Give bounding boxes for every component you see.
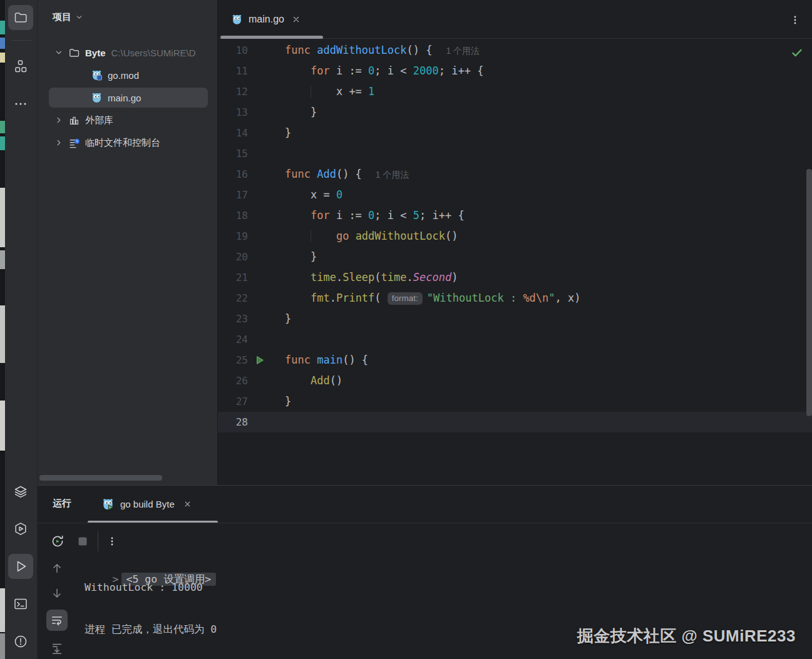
code-line-15[interactable]: 15	[218, 143, 812, 164]
editor-tab-title: main.go	[249, 14, 284, 25]
more-tools-icon	[13, 96, 28, 111]
close-run-tab-icon[interactable]	[183, 500, 192, 508]
line-number[interactable]: 17	[218, 185, 248, 205]
activity-button-structure[interactable]	[8, 54, 33, 79]
line-number[interactable]: 28	[218, 412, 248, 432]
gutter-spacer	[248, 102, 270, 123]
code-line-18[interactable]: 18 for i := 0; i < 5; i++ {	[218, 205, 812, 226]
console-rail-scroll-to-end-button[interactable]	[46, 638, 68, 659]
project-panel-title[interactable]: 项目	[53, 11, 83, 23]
gutter-spacer	[248, 391, 270, 412]
close-tab-icon[interactable]	[292, 15, 301, 24]
run-tab-title: go build Byte	[120, 499, 175, 509]
activity-button-services[interactable]	[8, 516, 33, 541]
console-rail-arrow-up-button[interactable]	[46, 558, 68, 579]
code-line-27[interactable]: 27}	[218, 391, 812, 412]
code-line-22[interactable]: 22 fmt.Printf( format:"WithoutLock : %d\…	[218, 288, 812, 309]
usages-inlay-hint[interactable]: 1 个用法	[446, 46, 480, 56]
code-text: func main() {	[270, 350, 368, 370]
chevron-right-icon[interactable]	[54, 138, 64, 148]
tree-item-label: main.go	[108, 93, 141, 103]
tree-item-临时文件和控制台[interactable]: 临时文件和控制台	[38, 131, 218, 154]
terminal-icon	[13, 596, 28, 611]
line-number[interactable]: 19	[218, 226, 248, 247]
line-number[interactable]: 26	[218, 370, 248, 391]
usages-inlay-hint[interactable]: 1 个用法	[376, 170, 409, 180]
code-line-28[interactable]: 28	[218, 412, 812, 432]
editor-options-kebab-icon[interactable]	[787, 12, 803, 28]
arrow-up-icon	[50, 561, 64, 575]
console-rail-soft-wrap-button[interactable]	[46, 610, 68, 631]
line-number[interactable]: 15	[218, 143, 248, 164]
code-text: time.Sleep(time.Second)	[270, 267, 458, 288]
console-output-line: WithoutLock : 10000	[85, 581, 203, 593]
code-text: for i := 0; i < 2000; i++ {	[270, 61, 483, 81]
line-number[interactable]: 16	[218, 164, 248, 185]
activity-button-layers[interactable]	[8, 479, 33, 504]
code-line-17[interactable]: 17 x = 0	[218, 185, 812, 205]
code-line-11[interactable]: 11 for i := 0; i < 2000; i++ {	[218, 61, 812, 81]
library-icon	[68, 114, 80, 126]
code-line-13[interactable]: 13 }	[218, 102, 812, 123]
line-number[interactable]: 11	[218, 61, 248, 81]
code-line-24[interactable]: 24	[218, 329, 812, 350]
line-number[interactable]: 18	[218, 205, 248, 226]
run-tab-go-build-byte[interactable]: go build Byte	[88, 486, 192, 522]
activity-button-project-folder[interactable]	[8, 5, 33, 30]
horizontal-scrollbar-thumb[interactable]	[39, 475, 162, 481]
code-line-10[interactable]: 10func addWithoutLock() {1 个用法	[218, 40, 812, 61]
code-text: x += 1	[270, 81, 374, 102]
code-text: x = 0	[270, 185, 342, 205]
code-line-12[interactable]: 12 x += 1	[218, 81, 812, 102]
line-number[interactable]: 23	[218, 309, 248, 329]
scratches-icon	[68, 136, 80, 149]
activity-button-more-tools[interactable]	[8, 91, 33, 116]
activity-button-run[interactable]	[8, 554, 33, 579]
line-number[interactable]: 22	[218, 288, 248, 309]
code-line-26[interactable]: 26 Add()	[218, 370, 812, 391]
soft-wrap-icon	[50, 613, 64, 627]
chevron-down-icon[interactable]	[54, 48, 64, 58]
tree-item-外部库[interactable]: 外部库	[38, 109, 218, 131]
activity-bar	[5, 0, 38, 659]
run-options-kebab-icon[interactable]	[103, 532, 121, 551]
tree-item-Byte[interactable]: ByteC:\Users\SUMiRE\D	[38, 41, 218, 64]
gopher-icon	[90, 91, 103, 104]
code-text: }	[270, 309, 291, 329]
stop-button[interactable]	[73, 532, 92, 551]
code-line-25[interactable]: 25func main() {	[218, 350, 812, 370]
chevron-right-icon[interactable]	[54, 115, 64, 125]
code-line-23[interactable]: 23}	[218, 309, 812, 329]
code-line-14[interactable]: 14}	[218, 123, 812, 143]
code-editor[interactable]: 10func addWithoutLock() {1 个用法11 for i :…	[218, 40, 812, 432]
activity-button-terminal[interactable]	[8, 591, 33, 616]
line-number[interactable]: 24	[218, 329, 248, 350]
line-number[interactable]: 10	[218, 40, 248, 61]
line-number[interactable]: 20	[218, 247, 248, 267]
line-number[interactable]: 27	[218, 391, 248, 412]
structure-icon	[13, 59, 28, 74]
line-number[interactable]: 13	[218, 102, 248, 123]
project-folder-icon	[13, 10, 28, 25]
line-number[interactable]: 12	[218, 81, 248, 102]
code-text: }	[270, 391, 291, 412]
code-text: }	[270, 102, 317, 123]
console-rail-arrow-down-button[interactable]	[46, 583, 68, 604]
rerun-button[interactable]	[48, 532, 67, 551]
line-number[interactable]: 21	[218, 267, 248, 288]
process-status-line: 进程 已完成，退出代码为 0	[85, 623, 217, 636]
editor-tab-main-go[interactable]: main.go	[220, 0, 323, 39]
tree-item-label: 临时文件和控制台	[85, 137, 160, 149]
code-line-21[interactable]: 21 time.Sleep(time.Second)	[218, 267, 812, 288]
tree-item-go.mod[interactable]: go.mod	[38, 64, 218, 86]
code-line-19[interactable]: 19 go addWithoutLock()	[218, 226, 812, 247]
line-number[interactable]: 25	[218, 350, 248, 370]
line-number[interactable]: 14	[218, 123, 248, 143]
tree-item-main.go[interactable]: main.go	[38, 86, 218, 109]
run-gutter-icon[interactable]	[248, 350, 270, 370]
code-line-20[interactable]: 20 }	[218, 247, 812, 267]
activity-button-problems[interactable]	[8, 629, 33, 654]
code-line-16[interactable]: 16func Add() {1 个用法	[218, 164, 812, 185]
vertical-scrollbar-thumb[interactable]	[806, 169, 812, 416]
code-text: }	[270, 247, 317, 267]
